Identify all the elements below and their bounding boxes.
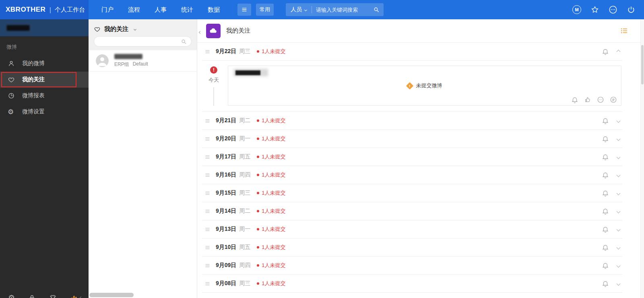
bell-icon[interactable] — [602, 280, 609, 287]
expand-chevron-icon[interactable] — [617, 191, 621, 195]
expand-chevron-icon[interactable] — [617, 209, 621, 213]
bar-chart-icon[interactable] — [70, 294, 82, 298]
nav-item-process[interactable]: 流程 — [121, 0, 147, 19]
thumbs-up-icon[interactable] — [584, 96, 591, 103]
row-actions — [602, 135, 620, 142]
panel-header[interactable]: 我的关注 — [94, 19, 192, 36]
row-actions — [602, 244, 620, 251]
row-weekday: 周三 — [239, 189, 250, 197]
row-actions — [602, 48, 620, 55]
bell-icon[interactable] — [602, 226, 609, 233]
sidebar-item-my-follows[interactable]: 我的关注 — [0, 72, 89, 88]
row-weekday: 周五 — [239, 244, 250, 251]
date-row[interactable]: 9月09日 周四 1人未提交 — [202, 257, 622, 275]
bell-icon[interactable] — [602, 117, 609, 124]
bell-icon[interactable] — [602, 171, 609, 179]
collapse-panel-button[interactable] — [198, 28, 202, 36]
panel-title: 我的关注 — [104, 25, 128, 33]
expand-chevron-icon[interactable] — [617, 245, 621, 249]
date-row[interactable]: 9月08日 周三 1人未提交 — [202, 275, 622, 293]
alert-badge-icon: ! — [210, 66, 217, 74]
row-date: 9月14日 — [216, 208, 236, 215]
row-weekday: 周二 — [239, 208, 250, 215]
sidebar-item-weibo-settings[interactable]: ⚙ 微博设置 — [0, 104, 89, 120]
row-status-text: 1人未提交 — [262, 153, 285, 160]
drag-handle-icon — [204, 172, 211, 178]
bell-icon[interactable] — [602, 262, 609, 269]
bell-icon[interactable] — [602, 208, 609, 215]
message-center-icon[interactable]: M — [572, 5, 581, 14]
sidebar-item-weibo-report[interactable]: 微博报表 — [0, 88, 89, 104]
bell-icon[interactable] — [602, 135, 609, 142]
followed-member-item[interactable]: ERP组 Default — [89, 50, 197, 72]
expand-chevron-icon[interactable] — [617, 173, 621, 177]
drag-handle-icon — [204, 281, 211, 287]
date-row-list: 9月22日 周三 1人未提交 ! 今天 ! 未提交微博 — [202, 43, 622, 293]
bell-icon[interactable] — [602, 189, 609, 197]
expand-chevron-icon[interactable] — [617, 137, 621, 141]
sidebar-section-label: 微博 — [0, 36, 89, 55]
sidebar-item-my-weibo[interactable]: 我的微博 — [0, 55, 89, 72]
row-status-text: 1人未提交 — [262, 280, 285, 287]
expand-chevron-icon[interactable] — [617, 227, 621, 231]
row-status-text: 1人未提交 — [262, 171, 285, 179]
weibo-module-icon — [206, 24, 221, 38]
nav-item-hr[interactable]: 人事 — [147, 0, 174, 19]
vertical-scrollbar-thumb[interactable] — [641, 45, 644, 84]
row-date: 9月08日 — [216, 280, 236, 287]
bell-icon[interactable] — [602, 153, 609, 160]
bell-icon[interactable] — [602, 244, 609, 251]
lock-icon[interactable] — [28, 294, 36, 298]
horizontal-scrollbar-thumb[interactable] — [89, 293, 134, 297]
date-row[interactable]: 9月16日 周四 1人未提交 — [202, 166, 622, 184]
search-category-dropdown[interactable]: 人员 — [286, 6, 312, 13]
row-weekday: 周四 — [239, 262, 250, 269]
more-circle-icon[interactable] — [597, 96, 604, 103]
date-row[interactable]: 9月15日 周三 1人未提交 — [202, 184, 622, 202]
bell-icon[interactable] — [571, 96, 578, 103]
apps-menu-button[interactable] — [237, 4, 251, 16]
date-row[interactable]: 9月21日 周二 1人未提交 — [202, 112, 622, 130]
date-row[interactable]: 9月14日 周二 1人未提交 — [202, 202, 622, 220]
bell-icon[interactable] — [602, 48, 609, 55]
date-row[interactable]: 9月10日 周五 1人未提交 — [202, 238, 622, 257]
drag-handle-icon — [204, 263, 211, 269]
app-logo[interactable]: XBROTHER ｜ 个人工作台 — [0, 0, 89, 19]
collapse-chevron-icon[interactable] — [617, 49, 621, 53]
panel-header-area: 我的关注 — [89, 19, 197, 50]
list-view-toggle-icon[interactable] — [620, 27, 634, 35]
member-tag: Default — [133, 61, 148, 68]
row-status-text: 1人未提交 — [262, 189, 285, 197]
search-button[interactable] — [369, 3, 384, 16]
card-warning: ! 未提交微博 — [407, 82, 442, 89]
vertical-scrollbar[interactable] — [640, 19, 644, 298]
current-user-block[interactable] — [0, 19, 89, 36]
panel-search-input[interactable] — [99, 39, 181, 45]
date-row[interactable]: 9月20日 周一 1人未提交 — [202, 130, 622, 148]
expand-chevron-icon[interactable] — [617, 155, 621, 159]
nav-item-data[interactable]: 数据 — [200, 0, 227, 19]
date-row[interactable]: 9月13日 周一 1人未提交 — [202, 220, 622, 238]
date-row[interactable]: 9月22日 周三 1人未提交 — [202, 43, 622, 61]
frequently-used-button[interactable]: 常用 — [256, 4, 274, 16]
status-dot — [257, 246, 259, 249]
power-logout-icon[interactable] — [627, 6, 635, 14]
document-icon[interactable] — [610, 96, 617, 103]
nav-item-statistics[interactable]: 统计 — [174, 0, 200, 19]
global-search-input[interactable] — [312, 7, 369, 13]
settings-gear-icon[interactable]: ⚙ — [8, 294, 15, 298]
expand-chevron-icon[interactable] — [617, 119, 621, 123]
nav-item-portal[interactable]: 门户 — [94, 0, 121, 19]
sidebar-item-label: 我的微博 — [22, 60, 45, 67]
heart-icon — [8, 76, 16, 83]
expand-chevron-icon[interactable] — [617, 282, 621, 286]
favorite-star-icon[interactable] — [591, 6, 599, 14]
row-date: 9月16日 — [216, 171, 236, 179]
row-actions — [602, 208, 620, 215]
more-options-icon[interactable] — [609, 5, 617, 14]
gear-icon: ⚙ — [8, 109, 16, 115]
clothes-icon[interactable] — [49, 294, 57, 298]
expand-chevron-icon[interactable] — [617, 263, 621, 267]
date-row[interactable]: 9月17日 周五 1人未提交 — [202, 148, 622, 166]
status-dot — [257, 192, 259, 194]
